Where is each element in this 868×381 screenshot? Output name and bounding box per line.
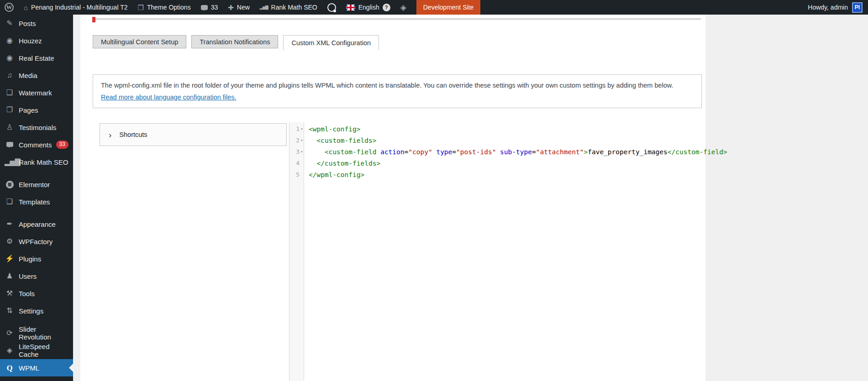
line-number: 2▾ (289, 137, 304, 144)
sidebar-item-label: Elementor (19, 181, 50, 188)
bar-chart-icon: ▂▅▇ (5, 158, 15, 166)
code-line: 1▾<wpml-config> (289, 123, 702, 135)
sidebar-item-slider-revolution[interactable]: ⟳Slider Revolution (0, 324, 73, 342)
tab-multilingual-content-setup[interactable]: Multilingual Content Setup (93, 35, 186, 48)
sidebar-item-plugins[interactable]: ⚡Plugins (0, 250, 73, 267)
xml-code-editor[interactable]: 1▾<wpml-config>2▾ <custom-fields>3▾ <cus… (289, 122, 702, 381)
sidebar-item-comments[interactable]: Comments33 (0, 136, 73, 153)
line-number: 3▾ (289, 148, 304, 155)
brush-icon: ✒ (5, 220, 15, 228)
sidebar-item-appearance[interactable]: ✒Appearance (0, 215, 73, 233)
chevron-right-icon: › (109, 130, 111, 139)
comment-bubble-icon (201, 5, 208, 10)
factory-icon: ⚙ (5, 238, 15, 245)
comments-count-badge: 33 (56, 141, 68, 148)
wpml-logo-icon (327, 3, 336, 12)
sidebar-item-templates[interactable]: ❏Templates (0, 193, 73, 210)
sidebar-item-label: WPFactory (19, 238, 53, 245)
sidebar-item-label: Pages (19, 106, 38, 114)
slider-revolution-menu[interactable]: ◈ (400, 0, 406, 15)
line-number: 4 (289, 160, 304, 167)
sidebar-item-label: Users (19, 272, 37, 280)
fold-arrow-icon[interactable]: ▾ (300, 127, 304, 131)
red-chip (92, 17, 95, 22)
comment-bubble-icon (5, 141, 15, 148)
development-site-badge[interactable]: Development Site (416, 0, 481, 15)
code-text: <custom-field action="copy" type="post-i… (304, 148, 727, 156)
plug-icon: ⚡ (5, 255, 15, 262)
rank-math-menu[interactable]: ▂▅▇ Rank Math SEO (260, 0, 317, 15)
wordpress-menu[interactable]: W (5, 0, 14, 15)
code-line: 5</wpml-config> (289, 169, 702, 180)
sidebar-item-watermark[interactable]: ❑Watermark (0, 84, 73, 101)
sidebar-item-wpfactory[interactable]: ⚙WPFactory (0, 233, 73, 250)
sidebar-group: ✒Appearance⚙WPFactory⚡Plugins♟Users⚒Tool… (0, 215, 73, 319)
account-menu[interactable]: Howdy, admin PI (808, 0, 868, 15)
theme-options-menu[interactable]: ❐ Theme Options (137, 0, 190, 15)
sidebar-item-label: Rank Math SEO (19, 158, 68, 166)
sidebar-item-posts[interactable]: ✎Posts (0, 15, 73, 32)
sidebar-item-rank-math-seo[interactable]: ▂▅▇Rank Math SEO (0, 153, 73, 171)
comments-menu[interactable]: 33 (201, 0, 218, 15)
code-line: 4 </custom-fields> (289, 157, 702, 169)
plus-icon: ✚ (228, 4, 234, 11)
uk-flag-icon (346, 5, 355, 10)
sidebar-item-real-estate[interactable]: ◉Real Estate (0, 49, 73, 67)
watermark-icon: ❑ (5, 89, 15, 96)
admin-bar-left: W ⌂ Penang Industrial - Multilingual T2 … (0, 0, 480, 15)
sidebar-item-label: WPML (19, 364, 39, 372)
sidebar-item-litespeed-cache[interactable]: ◈LiteSpeed Cache (0, 342, 73, 359)
sidebar-item-tools[interactable]: ⚒Tools (0, 285, 73, 302)
sidebar-item-label: Templates (19, 198, 50, 206)
code-line: 2▾ <custom-fields> (289, 135, 702, 146)
language-menu[interactable]: English ? (346, 0, 390, 15)
line-number: 5 (289, 171, 304, 178)
wpml-menu[interactable] (327, 0, 336, 15)
bar-chart-icon: ▂▅▇ (260, 5, 268, 10)
tab-custom-xml-configuration[interactable]: Custom XML Configuration (283, 35, 379, 50)
tab-translation-notifications[interactable]: Translation Notifications (191, 35, 278, 48)
sidebar-item-label: Posts (19, 20, 36, 27)
site-menu[interactable]: ⌂ Penang Industrial - Multilingual T2 (24, 0, 127, 15)
folder-icon: ❐ (137, 4, 143, 11)
rank-math-label: Rank Math SEO (271, 4, 317, 11)
shortcuts-label: Shortcuts (119, 131, 147, 138)
code-text: <custom-fields> (304, 137, 376, 144)
sidebar-item-houzez[interactable]: ◉Houzez (0, 32, 73, 49)
sidebar-item-label: Houzez (19, 37, 42, 45)
theme-options-label: Theme Options (147, 4, 191, 11)
sidebar-group: ✎Posts◉Houzez◉Real Estate♫Media❑Watermar… (0, 15, 73, 171)
help-icon[interactable]: ? (383, 4, 390, 11)
sidebar-item-label: Appearance (19, 220, 56, 228)
location-pin-icon: ◉ (5, 37, 15, 44)
sidebar-item-wpml[interactable]: QWPML (0, 359, 73, 376)
sidebar-item-label: Testimonials (19, 124, 57, 131)
admin-bar-comments-count: 33 (211, 4, 218, 11)
sidebar-item-settings[interactable]: ⇅Settings (0, 302, 73, 319)
sidebar-item-testimonials[interactable]: ♙Testimonials (0, 119, 73, 136)
shortcuts-accordion[interactable]: › Shortcuts (100, 123, 287, 146)
user-icon: ♟ (5, 272, 15, 280)
wordpress-logo-icon: W (5, 3, 14, 12)
diamond-icon: ◈ (400, 3, 406, 12)
new-menu[interactable]: ✚ New (228, 0, 250, 15)
sidebar-item-pages[interactable]: ❐Pages (0, 101, 73, 119)
sidebar-item-users[interactable]: ♟Users (0, 267, 73, 285)
elementor-icon: ≣ (5, 180, 15, 188)
sidebar-item-elementor[interactable]: ≣Elementor (0, 176, 73, 193)
read-more-link[interactable]: Read more about language configuration f… (101, 94, 237, 101)
wpml-logo-icon: Q (5, 364, 15, 372)
media-icon: ♫ (5, 72, 15, 79)
info-text: The wpml-config.xml file in the root fol… (101, 82, 694, 89)
wrench-icon: ⚒ (5, 290, 15, 297)
admin-bar: W ⌂ Penang Industrial - Multilingual T2 … (0, 0, 868, 15)
sidebar-item-media[interactable]: ♫Media (0, 67, 73, 84)
fold-arrow-icon[interactable]: ▾ (300, 150, 304, 154)
new-label: New (237, 4, 250, 11)
avatar: PI (852, 2, 863, 13)
code-text: </wpml-config> (304, 171, 364, 178)
fold-arrow-icon[interactable]: ▾ (300, 138, 304, 142)
top-divider (95, 18, 701, 20)
code-text: </custom-fields> (304, 160, 380, 167)
site-name: Penang Industrial - Multilingual T2 (31, 4, 127, 11)
